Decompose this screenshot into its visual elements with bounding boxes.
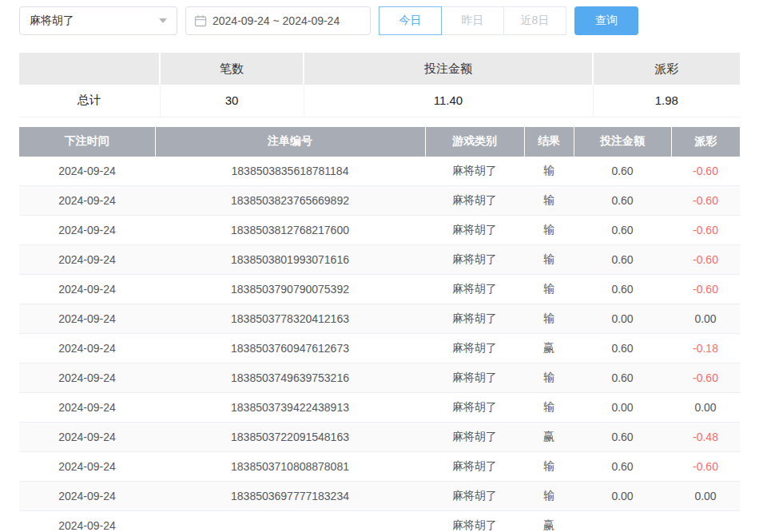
- table-row: 2024-09-241838503823765669892麻将胡了输0.60-0…: [19, 186, 740, 216]
- cell-bet-time: 2024-09-24: [19, 423, 155, 452]
- header-game-type: 游戏类别: [425, 127, 524, 157]
- table-row: 2024-09-241838503722091548163麻将胡了赢0.60-0…: [19, 423, 740, 452]
- cell-bet-id: [155, 511, 425, 532]
- table-row: 2024-09-241838503801993071616麻将胡了输0.60-0…: [19, 245, 740, 275]
- summary-payout-value: 1.98: [593, 85, 740, 117]
- cell-result: 输: [524, 186, 574, 216]
- game-select[interactable]: 麻将胡了: [19, 6, 177, 35]
- cell-payout: -0.60: [671, 186, 740, 216]
- yesterday-button[interactable]: 昨日: [441, 6, 504, 35]
- cell-bet-id: 1838503710808878081: [155, 452, 425, 482]
- cell-bet-time: 2024-09-24: [19, 393, 155, 423]
- cell-bet-amount: [574, 511, 671, 532]
- bet-table: 下注时间 注单编号 游戏类别 结果 投注金额 派彩 2024-09-241838…: [19, 127, 740, 532]
- cell-bet-amount: 0.60: [574, 216, 671, 245]
- cell-payout: -0.60: [671, 452, 740, 482]
- table-row: 2024-09-241838503790790075392麻将胡了输0.60-0…: [19, 275, 740, 304]
- summary-header-row: 笔数 投注金额 派彩: [19, 53, 740, 85]
- summary-header-count: 笔数: [160, 53, 304, 85]
- query-button[interactable]: 查询: [574, 6, 638, 35]
- cell-payout: -0.60: [671, 157, 740, 186]
- bet-table-header-row: 下注时间 注单编号 游戏类别 结果 投注金额 派彩: [19, 127, 740, 157]
- table-row: 2024-09-241838503760947612673麻将胡了赢0.60-0…: [19, 334, 740, 363]
- cell-bet-id: 1838503739422438913: [155, 393, 425, 423]
- cell-bet-amount: 0.60: [574, 334, 671, 363]
- bet-table-body: 2024-09-241838503835618781184麻将胡了输0.60-0…: [19, 157, 740, 532]
- header-bet-amount: 投注金额: [574, 127, 671, 157]
- cell-bet-id: 1838503812768217600: [155, 216, 425, 245]
- table-row: 2024-09-241838503812768217600麻将胡了输0.60-0…: [19, 216, 740, 245]
- cell-bet-amount: 0.60: [574, 275, 671, 304]
- cell-payout: 0.00: [671, 393, 740, 423]
- cell-bet-amount: 0.00: [574, 482, 671, 511]
- summary-header-payout: 派彩: [593, 53, 740, 85]
- cell-result: 赢: [524, 511, 574, 532]
- summary-count-value: 30: [160, 85, 304, 117]
- quick-date-buttons: 今日 昨日 近8日: [379, 6, 566, 35]
- cell-bet-id: 1838503823765669892: [155, 186, 425, 216]
- table-row: 2024-09-241838503835618781184麻将胡了输0.60-0…: [19, 157, 740, 186]
- header-payout: 派彩: [671, 127, 740, 157]
- calendar-icon: [194, 14, 207, 27]
- cell-result: 输: [524, 363, 574, 393]
- cell-payout: [671, 511, 740, 532]
- header-bet-id: 注单编号: [155, 127, 425, 157]
- cell-bet-amount: 0.60: [574, 452, 671, 482]
- cell-bet-amount: 0.60: [574, 157, 671, 186]
- cell-result: 输: [524, 393, 574, 423]
- cell-bet-amount: 0.60: [574, 186, 671, 216]
- cell-result: 输: [524, 245, 574, 275]
- cell-bet-amount: 0.60: [574, 423, 671, 452]
- cell-game-type: 麻将胡了: [425, 482, 524, 511]
- header-bet-time: 下注时间: [19, 127, 155, 157]
- summary-header-empty: [19, 53, 160, 85]
- summary-table: 笔数 投注金额 派彩 总计 30 11.40 1.98: [19, 53, 740, 117]
- cell-bet-id: 1838503697777183234: [155, 482, 425, 511]
- cell-result: 赢: [524, 334, 574, 363]
- bet-table-container: 下注时间 注单编号 游戏类别 结果 投注金额 派彩 2024-09-241838…: [19, 127, 740, 532]
- cell-game-type: 麻将胡了: [425, 363, 524, 393]
- cell-bet-id: 1838503778320412163: [155, 304, 425, 334]
- last-8-days-button[interactable]: 近8日: [503, 6, 566, 35]
- cell-payout: -0.48: [671, 423, 740, 452]
- cell-bet-time: 2024-09-24: [19, 245, 155, 275]
- date-range-value: 2024-09-24 ~ 2024-09-24: [213, 14, 340, 27]
- cell-bet-id: 1838503760947612673: [155, 334, 425, 363]
- summary-total-row: 总计 30 11.40 1.98: [19, 85, 740, 117]
- cell-bet-id: 1838503801993071616: [155, 245, 425, 275]
- cell-game-type: 麻将胡了: [425, 334, 524, 363]
- chevron-down-icon: [159, 18, 167, 23]
- table-row-partial: 2024-09-24麻将胡了赢: [19, 511, 740, 532]
- cell-result: 输: [524, 304, 574, 334]
- cell-game-type: 麻将胡了: [425, 216, 524, 245]
- cell-payout: -0.60: [671, 245, 740, 275]
- cell-payout: 0.00: [671, 304, 740, 334]
- cell-bet-time: 2024-09-24: [19, 334, 155, 363]
- cell-payout: -0.60: [671, 363, 740, 393]
- cell-bet-time: 2024-09-24: [19, 157, 155, 186]
- cell-result: 输: [524, 275, 574, 304]
- cell-game-type: 麻将胡了: [425, 304, 524, 334]
- filter-toolbar: 麻将胡了 2024-09-24 ~ 2024-09-24 今日 昨日 近8日 查…: [19, 6, 740, 35]
- cell-bet-amount: 0.60: [574, 245, 671, 275]
- header-result: 结果: [524, 127, 574, 157]
- cell-result: 赢: [524, 423, 574, 452]
- cell-payout: -0.60: [671, 216, 740, 245]
- cell-bet-id: 1838503749639753216: [155, 363, 425, 393]
- today-button[interactable]: 今日: [379, 6, 442, 35]
- cell-game-type: 麻将胡了: [425, 393, 524, 423]
- cell-game-type: 麻将胡了: [425, 245, 524, 275]
- cell-result: 输: [524, 452, 574, 482]
- summary-header-bet-amount: 投注金额: [304, 53, 593, 85]
- cell-bet-id: 1838503835618781184: [155, 157, 425, 186]
- cell-bet-amount: 0.00: [574, 393, 671, 423]
- date-range-picker[interactable]: 2024-09-24 ~ 2024-09-24: [185, 6, 371, 35]
- cell-payout: -0.60: [671, 275, 740, 304]
- cell-bet-amount: 0.00: [574, 304, 671, 334]
- game-select-value: 麻将胡了: [30, 14, 74, 28]
- summary-bet-amount-value: 11.40: [304, 85, 593, 117]
- cell-game-type: 麻将胡了: [425, 275, 524, 304]
- cell-bet-id: 1838503722091548163: [155, 423, 425, 452]
- cell-result: 输: [524, 482, 574, 511]
- cell-game-type: 麻将胡了: [425, 511, 524, 532]
